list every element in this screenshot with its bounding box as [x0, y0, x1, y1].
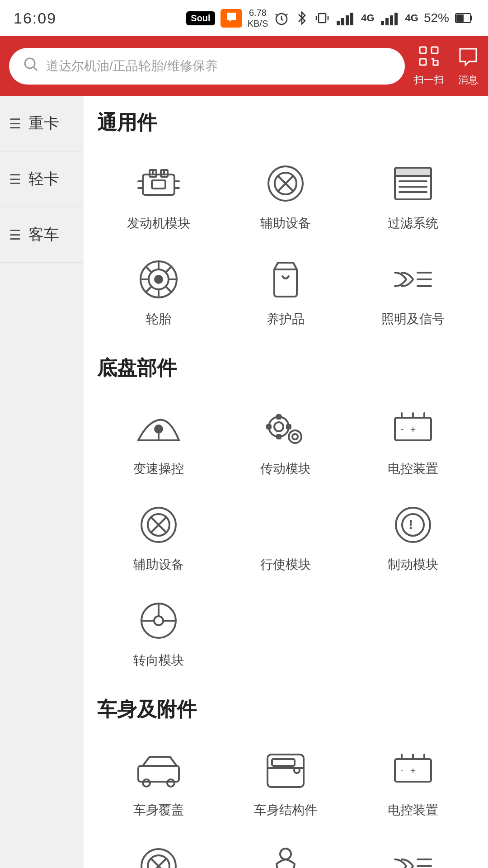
search-icon [23, 56, 39, 76]
signal-icon [336, 10, 356, 26]
sidebar-label-heavy-truck: 重卡 [28, 113, 59, 134]
svg-rect-1 [319, 14, 326, 23]
svg-rect-84 [272, 759, 295, 766]
maintenance-label: 养护品 [267, 311, 305, 328]
body-cover-label: 车身覆盖 [133, 802, 184, 819]
menu-icon: ☰ [9, 116, 21, 132]
4g-label: 4G [361, 12, 374, 24]
svg-line-46 [146, 287, 151, 292]
svg-rect-5 [350, 13, 353, 25]
body-electronic-label: 电控装置 [388, 802, 438, 819]
lighting-icon [388, 255, 438, 304]
svg-rect-2 [337, 21, 340, 25]
category-grid-universal: 发动机模块 辅助设备 [97, 150, 474, 337]
brake-module-icon: ! [388, 500, 438, 550]
engine-module-icon [134, 159, 183, 208]
header-actions: 扫一扫 消息 [414, 45, 479, 87]
content-area: 通用件 [84, 96, 488, 868]
signal-icon-2 [380, 10, 400, 26]
sidebar-label-light-truck: 轻卡 [28, 169, 59, 189]
svg-rect-15 [420, 59, 426, 65]
category-brake-module[interactable]: ! 制动模块 [352, 491, 474, 582]
search-bar[interactable]: 道达尔机油/正品轮胎/维修保养 [9, 48, 405, 85]
filter-system-icon [388, 159, 438, 208]
transmission-control-label: 变速操控 [133, 460, 184, 477]
svg-point-55 [274, 422, 283, 431]
category-drive-module2[interactable]: 行使模块 [225, 491, 347, 582]
category-body-auxiliary[interactable]: 辅助设备 [97, 832, 220, 868]
category-auxiliary-equipment[interactable]: 辅助设备 [225, 150, 347, 241]
category-body-lighting[interactable]: 照明及信号 [352, 832, 474, 868]
body-structure-icon [261, 745, 310, 795]
lighting-label: 照明及信号 [381, 311, 445, 328]
svg-rect-6 [381, 21, 384, 25]
body-auxiliary-icon [134, 841, 183, 868]
menu-icon-2: ☰ [9, 171, 21, 187]
category-body-cover[interactable]: 车身覆盖 [97, 736, 220, 828]
chassis-auxiliary-label: 辅助设备 [133, 556, 184, 573]
svg-point-83 [294, 768, 300, 773]
category-cab-product[interactable]: 驾驶室产品 [225, 832, 347, 868]
section-body: 车身及附件 车身覆盖 [97, 696, 474, 868]
cab-product-icon [261, 841, 310, 868]
svg-point-12 [25, 58, 35, 68]
category-body-electronic[interactable]: - + 电控装置 [352, 736, 474, 828]
category-tire[interactable]: 轮胎 [97, 245, 220, 337]
drive-module2-label: 行使模块 [260, 556, 311, 573]
category-electronic-control[interactable]: - + 电控装置 [352, 395, 474, 486]
tire-icon [134, 255, 183, 304]
sidebar-item-heavy-truck[interactable]: ☰ 重卡 [0, 96, 84, 151]
sidebar-item-bus[interactable]: ☰ 客车 [0, 207, 84, 263]
drive-module-icon [261, 404, 310, 454]
filter-system-label: 过滤系统 [388, 215, 438, 232]
category-chassis-auxiliary[interactable]: 辅助设备 [97, 491, 220, 582]
drive-module-label: 传动模块 [260, 460, 311, 477]
svg-text:- +: - + [399, 424, 416, 434]
sidebar-item-light-truck[interactable]: ☰ 轻卡 [0, 151, 84, 207]
category-engine-module[interactable]: 发动机模块 [97, 150, 220, 241]
message-label: 消息 [458, 73, 478, 87]
soul-icon: Soul [186, 11, 215, 25]
category-body-structure[interactable]: 车身结构件 [225, 736, 347, 828]
sidebar: ☰ 重卡 ☰ 轻卡 ☰ 客车 [0, 96, 84, 868]
category-transmission-control[interactable]: 变速操控 [97, 395, 220, 486]
category-drive-module[interactable]: 传动模块 [225, 395, 347, 486]
category-filter-system[interactable]: 过滤系统 [352, 150, 474, 241]
battery-percent: 52% [424, 11, 449, 25]
section-title-universal: 通用件 [97, 109, 474, 136]
message-button[interactable]: 消息 [457, 45, 479, 87]
svg-rect-8 [390, 15, 393, 25]
svg-rect-17 [143, 175, 174, 195]
maintenance-icon [261, 255, 310, 304]
scan-button[interactable]: 扫一扫 [414, 45, 444, 87]
steering-module-label: 转向模块 [133, 652, 184, 669]
svg-point-72 [402, 514, 424, 536]
section-universal: 通用件 [97, 109, 474, 337]
section-title-body: 车身及附件 [97, 696, 474, 723]
orange-app-icon [221, 9, 242, 28]
svg-point-71 [396, 508, 430, 542]
steering-module-icon [134, 596, 183, 646]
auxiliary-equipment-icon [261, 159, 310, 208]
header: 道达尔机油/正品轮胎/维修保养 扫一扫 消息 [0, 36, 488, 96]
transmission-control-icon [134, 404, 183, 454]
category-steering-module[interactable]: 转向模块 [97, 587, 220, 678]
svg-point-52 [155, 425, 162, 433]
category-maintenance[interactable]: 养护品 [225, 245, 347, 337]
category-lighting[interactable]: 照明及信号 [352, 245, 474, 337]
svg-rect-3 [341, 18, 344, 25]
svg-rect-7 [385, 18, 389, 25]
network-speed: 6.78KB/S [248, 7, 268, 29]
svg-point-54 [269, 417, 289, 437]
vibrate-icon [314, 10, 330, 26]
engine-module-label: 发动机模块 [127, 215, 190, 232]
svg-text:!: ! [408, 517, 413, 532]
chassis-auxiliary-icon [134, 500, 183, 550]
svg-line-45 [146, 267, 151, 272]
svg-rect-16 [433, 61, 438, 65]
svg-line-44 [166, 267, 171, 272]
message-icon [457, 45, 479, 71]
drive-module2-icon [261, 500, 310, 550]
svg-rect-11 [457, 15, 463, 21]
alarm-icon [273, 10, 290, 26]
